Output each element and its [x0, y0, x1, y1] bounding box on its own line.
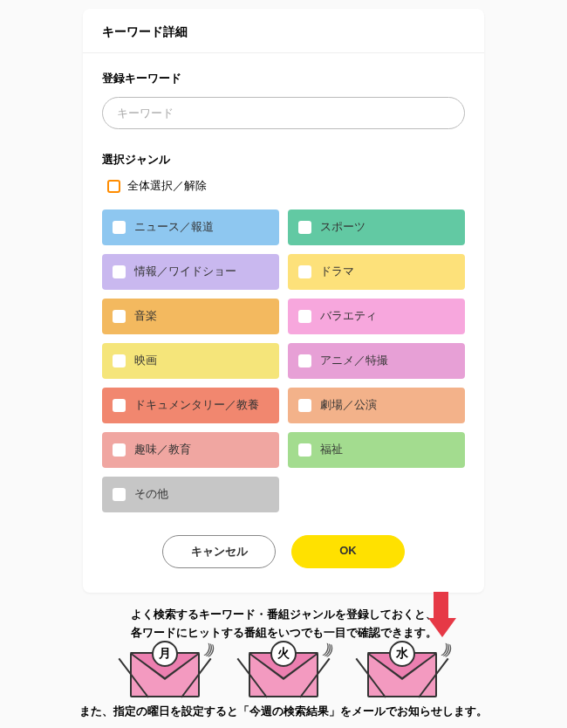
ok-button[interactable]: OK — [291, 535, 405, 568]
genre-checkbox[interactable] — [298, 265, 311, 278]
genre-checkbox[interactable] — [298, 399, 311, 412]
genre-label: 劇場／公演 — [320, 398, 377, 413]
genre-grid: ニュース／報道スポーツ情報／ワイドショードラマ音楽バラエティ映画アニメ／特撮ドキ… — [102, 209, 465, 512]
envelope-item: )))火 — [249, 652, 318, 697]
genre-label: 趣味／教育 — [134, 443, 191, 457]
envelope-item: )))月 — [130, 652, 200, 697]
arrow-down-icon — [428, 592, 453, 642]
keyword-section-label: 登録キーワード — [102, 71, 465, 86]
envelope-day-label: 月 — [152, 641, 178, 667]
info-block: よく検索するキーワード・番組ジャンルを登録しておくと、 各ワードにヒットする番組… — [48, 606, 519, 719]
genre-checkbox[interactable] — [113, 399, 126, 412]
select-all-row[interactable]: 全体選択／解除 — [102, 178, 465, 194]
genre-item[interactable]: 劇場／公演 — [288, 388, 465, 423]
signal-icon: ))) — [322, 641, 333, 657]
keyword-detail-card: キーワード詳細 登録キーワード 選択ジャンル 全体選択／解除 ニュース／報道スポ… — [83, 9, 484, 593]
genre-checkbox[interactable] — [113, 310, 126, 323]
genre-checkbox[interactable] — [298, 443, 311, 457]
genre-checkbox[interactable] — [113, 221, 126, 234]
genre-label: ニュース／報道 — [134, 220, 214, 235]
envelope-day-label: 水 — [389, 641, 415, 667]
genre-label: 情報／ワイドショー — [134, 264, 236, 279]
genre-section-label: 選択ジャンル — [102, 152, 465, 168]
envelope-day-label: 火 — [270, 641, 297, 667]
genre-checkbox[interactable] — [113, 443, 126, 457]
genre-item[interactable]: 映画 — [102, 343, 279, 379]
genre-item[interactable]: バラエティ — [288, 299, 465, 334]
genre-item[interactable]: 趣味／教育 — [102, 432, 279, 468]
genre-checkbox[interactable] — [113, 354, 126, 367]
genre-item[interactable]: ドキュメンタリー／教養 — [102, 388, 279, 423]
genre-checkbox[interactable] — [113, 265, 126, 278]
genre-label: スポーツ — [320, 220, 365, 235]
info-footer: また、指定の曜日を設定すると「今週の検索結果」をメールでお知らせします。 — [48, 704, 519, 719]
genre-label: 福祉 — [320, 443, 343, 457]
genre-label: ドラマ — [320, 264, 354, 279]
select-all-checkbox[interactable] — [107, 180, 120, 193]
genre-item[interactable]: 福祉 — [288, 432, 465, 468]
genre-checkbox[interactable] — [113, 488, 126, 501]
select-all-label: 全体選択／解除 — [127, 178, 207, 194]
keyword-input[interactable] — [102, 97, 465, 129]
envelope-item: )))水 — [367, 652, 437, 697]
genre-label: ドキュメンタリー／教養 — [134, 398, 259, 413]
genre-label: バラエティ — [320, 309, 377, 324]
genre-item[interactable]: ニュース／報道 — [102, 209, 279, 245]
card-body: 登録キーワード 選択ジャンル 全体選択／解除 ニュース／報道スポーツ情報／ワイド… — [83, 53, 484, 572]
genre-label: その他 — [134, 487, 168, 502]
genre-item[interactable]: アニメ／特撮 — [288, 343, 465, 379]
genre-checkbox[interactable] — [298, 310, 311, 323]
card-title: キーワード詳細 — [102, 24, 465, 40]
genre-checkbox[interactable] — [298, 354, 311, 367]
genre-item[interactable]: スポーツ — [288, 209, 465, 245]
genre-item[interactable]: ドラマ — [288, 254, 465, 290]
envelope-row: )))月)))火)))水 — [48, 652, 519, 697]
genre-label: アニメ／特撮 — [320, 354, 388, 368]
genre-section: 選択ジャンル 全体選択／解除 ニュース／報道スポーツ情報／ワイドショードラマ音楽… — [102, 152, 465, 512]
genre-item[interactable]: 音楽 — [102, 299, 279, 334]
genre-label: 映画 — [134, 354, 157, 368]
genre-item[interactable]: 情報／ワイドショー — [102, 254, 279, 290]
cancel-button[interactable]: キャンセル — [162, 535, 276, 568]
signal-icon: ))) — [441, 641, 452, 657]
genre-item[interactable]: その他 — [102, 477, 279, 512]
button-row: キャンセル OK — [102, 535, 465, 568]
signal-icon: ))) — [203, 641, 215, 657]
genre-label: 音楽 — [134, 309, 157, 324]
genre-checkbox[interactable] — [298, 221, 311, 234]
card-header: キーワード詳細 — [83, 9, 484, 53]
